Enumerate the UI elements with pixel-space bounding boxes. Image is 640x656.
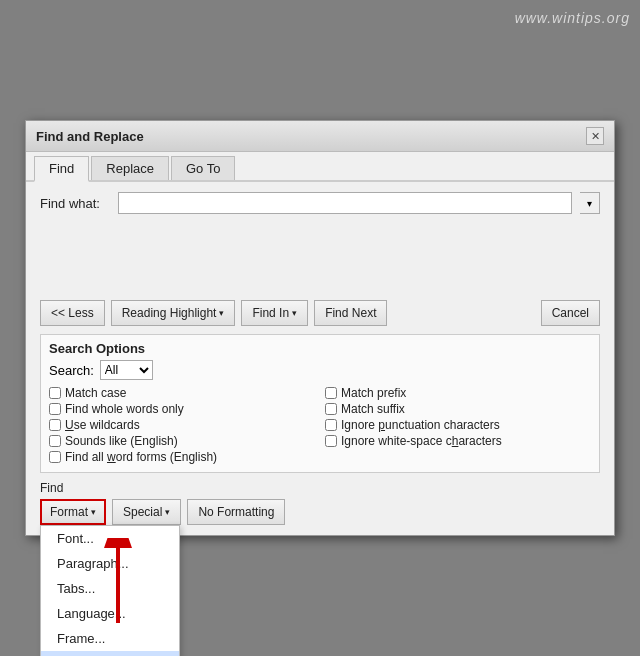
sounds-like-checkbox[interactable] — [49, 435, 61, 447]
wildcards-row: Use wildcards — [49, 418, 315, 432]
find-what-input[interactable] — [118, 192, 572, 214]
tab-replace[interactable]: Replace — [91, 156, 169, 180]
word-forms-label: Find all word forms (English) — [65, 450, 217, 464]
match-suffix-row: Match suffix — [325, 402, 591, 416]
no-formatting-button[interactable]: No Formatting — [187, 499, 285, 525]
ignore-punctuation-checkbox[interactable] — [325, 419, 337, 431]
spacer — [40, 220, 600, 300]
whole-words-row: Find whole words only — [49, 402, 315, 416]
word-forms-row: Find all word forms (English) — [49, 450, 315, 464]
find-what-label: Find what: — [40, 196, 110, 211]
menu-item-font[interactable]: Font... — [41, 526, 179, 551]
format-button[interactable]: Format ▾ — [40, 499, 106, 525]
less-button[interactable]: << Less — [40, 300, 105, 326]
whole-words-checkbox[interactable] — [49, 403, 61, 415]
title-bar: Find and Replace ✕ — [26, 121, 614, 152]
match-case-row: Match case — [49, 386, 315, 400]
find-section-label: Find — [40, 481, 600, 495]
find-what-row: Find what: ▾ — [40, 192, 600, 214]
menu-item-frame[interactable]: Frame... — [41, 626, 179, 651]
match-prefix-row: Match prefix — [325, 386, 591, 400]
cancel-button[interactable]: Cancel — [541, 300, 600, 326]
menu-item-tabs[interactable]: Tabs... — [41, 576, 179, 601]
reading-highlight-arrow-icon: ▾ — [219, 308, 224, 318]
reading-highlight-button[interactable]: Reading Highlight ▾ — [111, 300, 236, 326]
dialog-body: Find what: ▾ << Less Reading Highlight ▾… — [26, 182, 614, 535]
special-button[interactable]: Special ▾ — [112, 499, 181, 525]
word-forms-checkbox[interactable] — [49, 451, 61, 463]
find-next-button[interactable]: Find Next — [314, 300, 387, 326]
special-arrow-icon: ▾ — [165, 507, 170, 517]
ignore-whitespace-label: Ignore white-space characters — [341, 434, 502, 448]
format-arrow-icon: ▾ — [91, 507, 96, 517]
search-row: Search: All Down Up — [49, 360, 591, 380]
match-case-label: Match case — [65, 386, 126, 400]
ignore-whitespace-checkbox[interactable] — [325, 435, 337, 447]
reading-highlight-label: Reading Highlight — [122, 306, 217, 320]
checkboxes-left: Match case Find whole words only Use wil… — [49, 384, 315, 466]
special-label: Special — [123, 505, 162, 519]
whole-words-label: Find whole words only — [65, 402, 184, 416]
find-in-label: Find In — [252, 306, 289, 320]
find-in-arrow-icon: ▾ — [292, 308, 297, 318]
format-label: Format — [50, 505, 88, 519]
search-label: Search: — [49, 363, 94, 378]
dialog-title: Find and Replace — [36, 129, 144, 144]
tab-goto[interactable]: Go To — [171, 156, 235, 180]
find-section: Find Format ▾ Special ▾ No Formatting Fo… — [40, 481, 600, 525]
options-grid: Match case Find whole words only Use wil… — [49, 384, 591, 466]
match-prefix-label: Match prefix — [341, 386, 406, 400]
search-options-label: Search Options — [49, 341, 591, 356]
wildcards-checkbox[interactable] — [49, 419, 61, 431]
tab-find[interactable]: Find — [34, 156, 89, 182]
close-button[interactable]: ✕ — [586, 127, 604, 145]
sounds-like-row: Sounds like (English) — [49, 434, 315, 448]
ignore-punctuation-label: Ignore punctuation characters — [341, 418, 500, 432]
match-suffix-label: Match suffix — [341, 402, 405, 416]
checkboxes-right: Match prefix Match suffix Ignore punctua… — [325, 384, 591, 466]
find-in-button[interactable]: Find In ▾ — [241, 300, 308, 326]
wildcards-label: Use wildcards — [65, 418, 140, 432]
match-prefix-checkbox[interactable] — [325, 387, 337, 399]
tab-bar: Find Replace Go To — [26, 152, 614, 182]
match-suffix-checkbox[interactable] — [325, 403, 337, 415]
ignore-punctuation-row: Ignore punctuation characters — [325, 418, 591, 432]
search-select[interactable]: All Down Up — [100, 360, 153, 380]
ignore-whitespace-row: Ignore white-space characters — [325, 434, 591, 448]
format-dropdown-menu: Font... Paragraph... Tabs... Language...… — [40, 525, 180, 656]
match-case-checkbox[interactable] — [49, 387, 61, 399]
sounds-like-label: Sounds like (English) — [65, 434, 178, 448]
watermark-text: www.wintips.org — [515, 10, 630, 26]
menu-item-paragraph[interactable]: Paragraph... — [41, 551, 179, 576]
menu-item-style[interactable]: Style... — [41, 651, 179, 656]
menu-item-language[interactable]: Language... — [41, 601, 179, 626]
format-buttons-row: Format ▾ Special ▾ No Formatting Font...… — [40, 499, 600, 525]
action-buttons-row: << Less Reading Highlight ▾ Find In ▾ Fi… — [40, 300, 600, 326]
find-what-dropdown-arrow[interactable]: ▾ — [580, 192, 600, 214]
find-replace-dialog: Find and Replace ✕ Find Replace Go To Fi… — [25, 120, 615, 536]
search-options-section: Search Options Search: All Down Up Match… — [40, 334, 600, 473]
